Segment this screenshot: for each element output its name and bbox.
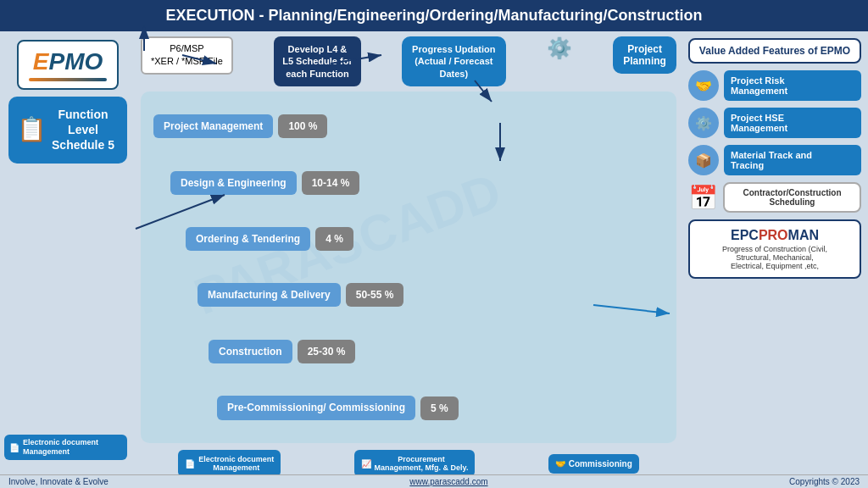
- stair-pct-1: 100 %: [278, 114, 327, 138]
- stair-label-5: Construction: [209, 340, 292, 363]
- doc-management-item: 📄 Electronic document Management: [4, 435, 127, 460]
- function-level-label: Function LevelSchedule 5: [47, 107, 119, 153]
- doc-icon: 📄: [9, 443, 19, 452]
- feature-hse: ⚙️ Project HSEManagement: [688, 108, 861, 138]
- bottom-comm-label: Commissioning: [569, 459, 632, 469]
- schedule-icon: 📋: [17, 114, 42, 145]
- top-boxes-row: P6/MSP *XER / *MSP File Develop L4 &L5 S…: [141, 36, 676, 86]
- stair-row-1: Project Management 100 %: [153, 114, 664, 138]
- stair-row-6: Pre-Commissioning/ Commissioning 5 %: [153, 396, 664, 419]
- epcproman-logo: EPCPROMAN Progress of Construction (Civi…: [688, 219, 861, 279]
- staircase-container: Project Management 100 % Design & Engine…: [141, 92, 676, 443]
- epcproman-title: EPCPROMAN: [697, 228, 853, 243]
- value-added-box: Value Added Features of EPMO: [688, 38, 861, 64]
- stair-row-2: Design & Engineering 10-14 %: [153, 171, 664, 195]
- project-planning-box: ProjectPlanning: [613, 36, 676, 74]
- planning-label: ProjectPlanning: [623, 43, 666, 67]
- feature-material: 📦 Material Track andTracing: [688, 145, 861, 175]
- hse-icon: ⚙️: [688, 108, 719, 138]
- contractor-box: Contractor/Construction Scheduling: [723, 182, 861, 213]
- main-content: EPMO 📋 Function LevelSchedule 5 📄 Electr…: [0, 31, 868, 485]
- stair-label-4: Manufacturing & Delivery: [198, 283, 341, 307]
- p6-line2: *XER / *MSP File: [151, 55, 223, 68]
- develop-box: Develop L4 &L5 Schedule foreach Function: [274, 36, 361, 86]
- footer-link[interactable]: www.parascadd.com: [409, 477, 487, 486]
- engineering-icon: ⚙️: [547, 36, 572, 60]
- value-added-title: Value Added Features of EPMO: [699, 45, 850, 57]
- bottom-doc-item: 📄 Electronic documentManagement: [178, 450, 281, 477]
- header-title: EXECUTION - Planning/Engineering/Orderin…: [165, 7, 702, 24]
- stair-label-1: Project Management: [153, 114, 273, 138]
- progress-box: Progress Updation(Actual / ForecastDates…: [402, 36, 505, 86]
- doc-label: Electronic document Management: [23, 438, 122, 457]
- function-level-box: 📋 Function LevelSchedule 5: [8, 97, 127, 164]
- bottom-doc-icon: 📄: [185, 459, 195, 469]
- stair-pct-3: 4 %: [315, 227, 353, 251]
- bottom-proc-label: ProcurementManagement, Mfg. & Dely.: [375, 455, 469, 472]
- bottom-doc-label: Electronic documentManagement: [198, 455, 274, 472]
- stair-pct-2: 10-14 %: [302, 171, 360, 195]
- stair-pct-4: 50-55 %: [346, 283, 404, 307]
- footer-right: Copyrights © 2023: [789, 477, 860, 486]
- contractor-label: Contractor/Construction Scheduling: [743, 188, 841, 207]
- material-icon: 📦: [688, 145, 719, 175]
- stair-row-5: Construction 25-30 %: [153, 340, 664, 363]
- hse-label: Project HSEManagement: [724, 108, 861, 138]
- stair-pct-6: 5 %: [420, 396, 459, 420]
- contractor-area: 📅 Contractor/Construction Scheduling: [688, 182, 861, 213]
- stair-pct-5: 25-30 %: [298, 340, 356, 363]
- feature-risk: 🤝 Project RiskManagement: [688, 70, 861, 101]
- stair-label-6: Pre-Commissioning/ Commissioning: [217, 396, 415, 419]
- material-label: Material Track andTracing: [724, 145, 861, 175]
- risk-icon: 🤝: [688, 70, 719, 101]
- right-column: Value Added Features of EPMO 🤝 Project R…: [682, 31, 868, 485]
- stair-row-3: Ordering & Tendering 4 %: [153, 227, 664, 251]
- stair-label-2: Design & Engineering: [170, 171, 297, 195]
- stair-row-4: Manufacturing & Delivery 50-55 %: [153, 283, 664, 307]
- calendar-icon: 📅: [688, 184, 718, 212]
- epmo-logo: EPMO: [17, 40, 119, 90]
- center-column: P6/MSP *XER / *MSP File Develop L4 &L5 S…: [136, 31, 682, 485]
- left-column: EPMO 📋 Function LevelSchedule 5 📄 Electr…: [0, 31, 136, 485]
- p6-line1: P6/MSP: [151, 42, 223, 55]
- bottom-comm-icon: 🤝: [555, 459, 565, 469]
- progress-label: Progress Updation(Actual / ForecastDates…: [412, 44, 495, 79]
- risk-label: Project RiskManagement: [724, 70, 861, 101]
- bottom-proc-icon: 📈: [361, 459, 371, 469]
- bottom-procurement-item: 📈 ProcurementManagement, Mfg. & Dely.: [354, 450, 476, 477]
- page-header: EXECUTION - Planning/Engineering/Orderin…: [0, 0, 868, 31]
- epcproman-sub: Progress of Construction (Civil,Structur…: [697, 245, 853, 270]
- develop-label: Develop L4 &L5 Schedule foreach Function: [282, 44, 353, 79]
- p6-box: P6/MSP *XER / *MSP File: [141, 36, 233, 75]
- stair-label-3: Ordering & Tendering: [186, 227, 310, 251]
- bottom-commissioning-item: 🤝 Commissioning: [548, 454, 639, 474]
